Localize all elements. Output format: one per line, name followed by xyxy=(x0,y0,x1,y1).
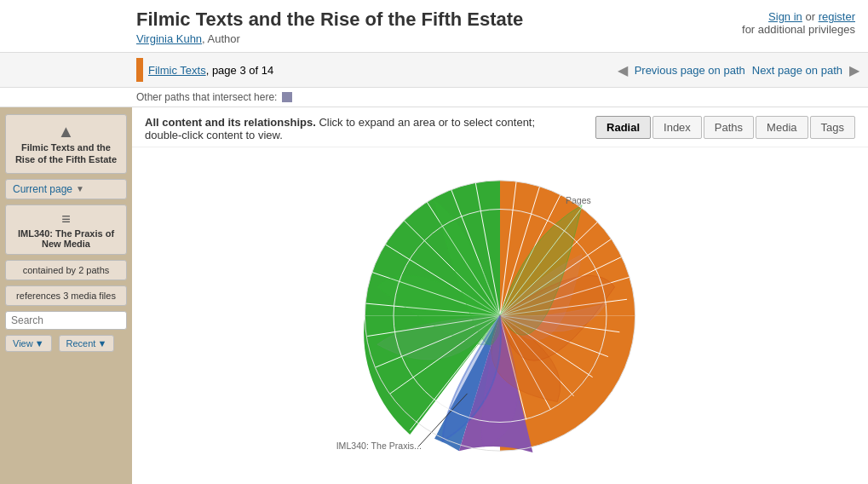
search-input[interactable] xyxy=(5,311,127,330)
tab-media[interactable]: Media xyxy=(756,116,808,139)
sidebar-book-title: Filmic Texts and the Rise of the Fifth E… xyxy=(15,142,117,164)
view-dropdown-icon: ▼ xyxy=(35,338,44,349)
references-label: references 3 media files xyxy=(16,291,116,301)
recent-label: Recent xyxy=(66,338,96,349)
prev-page-link[interactable]: Previous page on path xyxy=(635,64,745,77)
next-page-link[interactable]: Next page on path xyxy=(752,64,842,77)
view-recent-bar: View ▼ Recent ▼ xyxy=(5,335,127,352)
additional-text: for additional privileges xyxy=(742,23,855,36)
contained-by-button[interactable]: contained by 2 paths xyxy=(5,260,127,280)
path-color-indicator xyxy=(136,58,143,82)
path-navigation: ◀ Previous page on path Next page on pat… xyxy=(618,62,859,78)
or-text: or xyxy=(805,10,815,23)
visualization-area[interactable]: IML340: The Praxis... Pages Paths xyxy=(132,147,868,484)
sidebar: ▲ Filmic Texts and the Rise of the Fifth… xyxy=(0,107,132,484)
tab-tags[interactable]: Tags xyxy=(810,116,855,139)
references-button[interactable]: references 3 media files xyxy=(5,285,127,306)
other-paths-label: Other paths that intersect here: xyxy=(136,91,277,103)
page-item-title: IML340: The Praxis of New Media xyxy=(18,228,114,249)
tab-index[interactable]: Index xyxy=(652,116,702,139)
desc-bold: All content and its relationships. xyxy=(145,116,316,129)
up-arrow-icon: ▲ xyxy=(11,122,121,141)
page-document-icon: ≡ xyxy=(11,210,121,228)
prev-arrow-icon: ◀ xyxy=(618,62,628,78)
view-tabs: Radial Index Paths Media Tags xyxy=(595,116,855,139)
tab-paths[interactable]: Paths xyxy=(704,116,754,139)
recent-dropdown-icon: ▼ xyxy=(97,338,106,349)
content-area: All content and its relationships. Click… xyxy=(132,107,868,484)
path-info: Filmic Texts, page 3 of 14 xyxy=(136,58,611,82)
view-button[interactable]: View ▼ xyxy=(5,335,52,352)
page-item[interactable]: ≡ IML340: The Praxis of New Media xyxy=(5,205,127,255)
auth-links: Sign in or register for additional privi… xyxy=(742,10,855,36)
path-link[interactable]: Filmic Texts xyxy=(148,64,206,77)
author-link[interactable]: Virginia Kuhn xyxy=(136,32,202,45)
book-nav-button[interactable]: ▲ Filmic Texts and the Rise of the Fifth… xyxy=(5,114,127,174)
content-header: All content and its relationships. Click… xyxy=(132,107,868,147)
recent-button[interactable]: Recent ▼ xyxy=(59,335,115,352)
next-arrow-icon: ▶ xyxy=(849,62,859,78)
page-header: Filmic Texts and the Rise of the Fifth E… xyxy=(0,0,868,53)
chord-diagram: IML340: The Praxis... Pages Paths xyxy=(141,156,859,475)
dropdown-arrow-icon: ▼ xyxy=(76,184,84,193)
author-role: , Author xyxy=(202,32,240,45)
register-link[interactable]: register xyxy=(819,10,855,23)
other-path-dot[interactable] xyxy=(282,92,292,102)
current-page-label: Current page xyxy=(13,183,72,195)
path-bar: Filmic Texts, page 3 of 14 ◀ Previous pa… xyxy=(0,53,868,88)
main-layout: ▲ Filmic Texts and the Rise of the Fifth… xyxy=(0,107,868,484)
other-paths-bar: Other paths that intersect here: xyxy=(0,88,868,107)
sign-in-link[interactable]: Sign in xyxy=(768,10,802,23)
contained-by-label: contained by 2 paths xyxy=(23,265,110,275)
view-label: View xyxy=(13,338,33,349)
tab-radial[interactable]: Radial xyxy=(595,116,651,139)
page-info: , page 3 of 14 xyxy=(206,64,274,77)
chord-label-text: IML340: The Praxis... xyxy=(336,441,422,451)
current-page-button[interactable]: Current page ▼ xyxy=(5,179,127,199)
path-text: Filmic Texts, page 3 of 14 xyxy=(148,64,273,77)
content-description: All content and its relationships. Click… xyxy=(145,116,571,141)
